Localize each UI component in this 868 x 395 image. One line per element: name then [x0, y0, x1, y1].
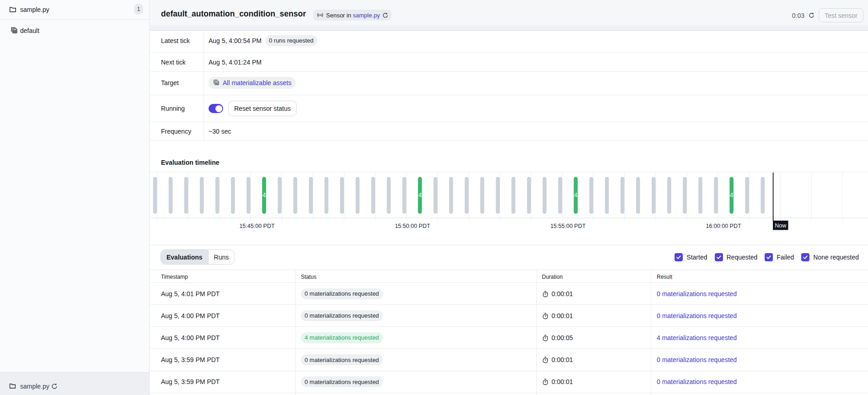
svg-text:15:45:00 PDT: 15:45:00 PDT [239, 223, 274, 229]
svg-text:16:00:00 PDT: 16:00:00 PDT [706, 223, 741, 229]
svg-text:15:50:00 PDT: 15:50:00 PDT [395, 223, 430, 229]
svg-text:4: 4 [262, 191, 266, 199]
svg-text:15:55:00 PDT: 15:55:00 PDT [550, 223, 585, 229]
svg-text:4: 4 [418, 191, 422, 199]
svg-text:4: 4 [730, 191, 734, 199]
svg-text:Now: Now [775, 222, 787, 229]
svg-text:4: 4 [574, 191, 578, 199]
